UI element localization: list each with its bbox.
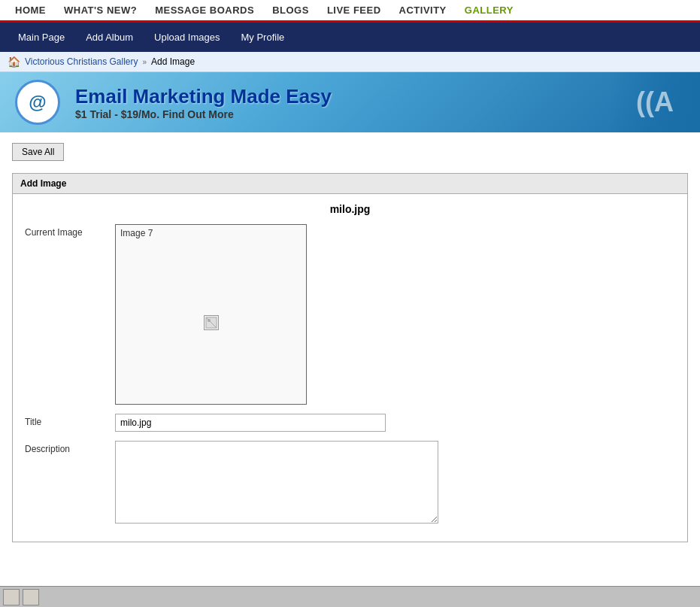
- subnav-upload-images[interactable]: Upload Images: [144, 23, 230, 52]
- image-preview-label: Image 7: [116, 225, 306, 241]
- banner-text: Email Marketing Made Easy $1 Trial - $19…: [75, 85, 332, 120]
- image-preview-inner: [116, 241, 306, 404]
- nav-activity[interactable]: ACTIVITY: [399, 5, 447, 16]
- ad-banner[interactable]: @ Email Marketing Made Easy $1 Trial - $…: [0, 72, 700, 132]
- content-area: Save All Add Image milo.jpg Current Imag…: [0, 132, 700, 553]
- description-textarea[interactable]: [115, 441, 438, 524]
- description-row: Description: [25, 441, 675, 524]
- banner-right-decoration: ((A: [610, 72, 700, 132]
- home-icon: 🏠: [8, 56, 20, 68]
- add-image-header: Add Image: [13, 174, 687, 194]
- subnav-my-profile[interactable]: My Profile: [230, 23, 295, 52]
- sub-nav: Main Page Add Album Upload Images My Pro…: [0, 23, 700, 52]
- image-preview-box: Image 7: [115, 224, 307, 405]
- banner-heading: Email Marketing Made Easy: [75, 85, 332, 108]
- subnav-main-page[interactable]: Main Page: [8, 23, 75, 52]
- breadcrumb-gallery-link[interactable]: Victorious Christians Gallery: [25, 56, 138, 67]
- current-image-row: Current Image Image 7: [25, 224, 675, 405]
- svg-point-2: [208, 319, 211, 322]
- current-image-label: Current Image: [25, 224, 115, 238]
- broken-image-icon: [204, 315, 219, 330]
- add-image-box: Add Image milo.jpg Current Image Image 7: [12, 173, 688, 542]
- title-input[interactable]: [115, 414, 386, 432]
- title-row: Title: [25, 414, 675, 432]
- banner-subtext: $1 Trial - $19/Mo. Find Out More: [75, 108, 332, 120]
- banner-icon: @: [15, 80, 60, 125]
- nav-whats-new[interactable]: WHAT'S NEW?: [64, 5, 137, 16]
- banner-waves: ((A: [636, 86, 674, 118]
- image-filename: milo.jpg: [25, 203, 675, 215]
- nav-message-boards[interactable]: MESSAGE BOARDS: [155, 5, 254, 16]
- breadcrumb-separator: »: [143, 58, 147, 66]
- save-all-button[interactable]: Save All: [12, 143, 64, 161]
- breadcrumb: 🏠 Victorious Christians Gallery » Add Im…: [0, 52, 700, 72]
- nav-live-feed[interactable]: LIVE FEED: [327, 5, 381, 16]
- add-image-body: milo.jpg Current Image Image 7: [13, 194, 687, 542]
- nav-home[interactable]: HOME: [15, 5, 46, 16]
- breadcrumb-current: Add Image: [151, 56, 195, 67]
- subnav-add-album[interactable]: Add Album: [75, 23, 144, 52]
- nav-gallery[interactable]: GALLERY: [465, 5, 514, 16]
- top-nav: HOME WHAT'S NEW? MESSAGE BOARDS BLOGS LI…: [0, 0, 700, 23]
- title-label: Title: [25, 414, 115, 427]
- description-label: Description: [25, 441, 115, 454]
- nav-blogs[interactable]: BLOGS: [272, 5, 309, 16]
